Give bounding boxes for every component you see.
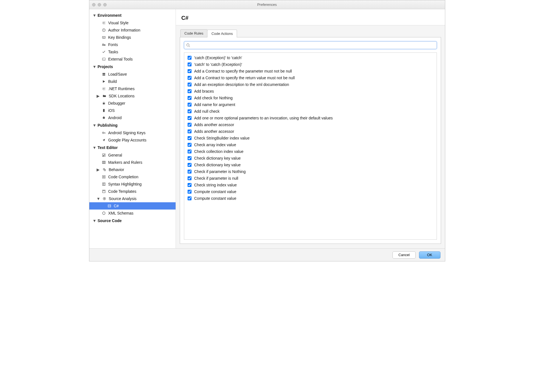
- code-action-checkbox[interactable]: [188, 136, 191, 140]
- code-action-row[interactable]: Check string index value: [187, 182, 434, 188]
- sidebar-group-projects[interactable]: ▼Projects: [89, 63, 176, 71]
- template-icon: [102, 189, 106, 194]
- code-action-row[interactable]: Check collection index value: [187, 148, 434, 155]
- sidebar-item-debugger[interactable]: ▶Debugger: [89, 100, 176, 107]
- sidebar-item-load-save[interactable]: ▶Load/Save: [89, 71, 176, 78]
- code-action-row[interactable]: Add null check: [187, 108, 434, 115]
- code-action-checkbox[interactable]: [188, 183, 191, 187]
- tab-code-actions[interactable]: Code Actions: [207, 30, 237, 37]
- code-action-row[interactable]: Compute constant value: [187, 195, 434, 202]
- sidebar-item--net-runtimes[interactable]: ▶.NET Runtimes: [89, 85, 176, 92]
- code-action-checkbox[interactable]: [188, 116, 191, 120]
- sidebar-item-key-bindings[interactable]: ▶Key Bindings: [89, 34, 176, 41]
- sidebar-item-xml-schemas[interactable]: ▶XML Schemas: [89, 210, 176, 217]
- sidebar-item-fonts[interactable]: ▶AaFonts: [89, 41, 176, 48]
- code-action-row[interactable]: 'catch' to 'catch (Exception)': [187, 61, 434, 68]
- ok-button[interactable]: OK: [419, 251, 440, 259]
- sidebar-item-label: Key Bindings: [108, 35, 131, 40]
- code-action-row[interactable]: Check dictionary key value: [187, 162, 434, 168]
- code-action-label: Check dictionary key value: [194, 163, 241, 167]
- sidebar-item-external-tools[interactable]: ▶External Tools: [89, 56, 176, 63]
- sidebar-item-google-play-accounts[interactable]: ▶Google Play Accounts: [89, 136, 176, 144]
- code-action-row[interactable]: Check if parameter is Nothing: [187, 168, 434, 175]
- code-action-checkbox[interactable]: [188, 76, 191, 80]
- sidebar-item-label: Code Completion: [108, 175, 138, 179]
- code-action-row[interactable]: Add name for argument: [187, 101, 434, 108]
- sidebar-item-ios[interactable]: ▶iOS: [89, 107, 176, 114]
- code-action-checkbox[interactable]: [188, 150, 191, 153]
- phone-icon: [102, 108, 106, 113]
- sidebar-item-code-completion[interactable]: ▶Code Completion: [89, 173, 176, 181]
- code-action-label: Add one or more optional parameters to a…: [194, 116, 333, 120]
- code-action-row[interactable]: Check dictionary key value: [187, 155, 434, 162]
- sidebar-item-c-[interactable]: ▶C#: [89, 202, 176, 210]
- code-action-label: 'catch (Exception)' to 'catch': [194, 56, 242, 60]
- code-action-row[interactable]: 'catch (Exception)' to 'catch': [187, 54, 434, 61]
- sidebar-group-publishing[interactable]: ▼Publishing: [89, 121, 176, 129]
- code-action-checkbox[interactable]: [188, 83, 191, 86]
- sidebar-group-source-code[interactable]: ▼Source Code: [89, 217, 176, 225]
- code-action-label: Check collection index value: [194, 149, 244, 154]
- sidebar-item-build[interactable]: ▶Build: [89, 78, 176, 85]
- minimize-window-button[interactable]: [98, 3, 101, 6]
- code-action-checkbox[interactable]: [188, 156, 191, 160]
- code-action-checkbox[interactable]: [188, 89, 191, 93]
- code-action-checkbox[interactable]: [188, 163, 191, 167]
- sidebar-item-code-templates[interactable]: ▶Code Templates: [89, 188, 176, 195]
- content-area: ▼Environment▶Visual Style▶Author Informa…: [89, 9, 445, 248]
- close-window-button[interactable]: [92, 3, 95, 6]
- sidebar-item-label: Visual Style: [108, 21, 129, 25]
- sidebar-item-sdk-locations[interactable]: ▶SDK Locations: [89, 92, 176, 100]
- sidebar-item-syntax-highlighting[interactable]: ▶Syntax Highlighting: [89, 181, 176, 188]
- sidebar-item-tasks[interactable]: ▶Tasks: [89, 48, 176, 56]
- code-actions-list[interactable]: 'catch (Exception)' to 'catch''catch' to…: [184, 52, 437, 240]
- code-action-checkbox[interactable]: [188, 103, 191, 107]
- code-action-row[interactable]: Check if parameter is null: [187, 175, 434, 182]
- code-action-checkbox[interactable]: [188, 109, 191, 113]
- sidebar-item-author-information[interactable]: ▶Author Information: [89, 27, 176, 34]
- search-input[interactable]: [184, 41, 437, 49]
- sidebar-item-visual-style[interactable]: ▶Visual Style: [89, 19, 176, 27]
- svg-point-26: [104, 198, 105, 199]
- code-action-checkbox[interactable]: [188, 190, 191, 194]
- code-action-label: Check dictionary key value: [194, 156, 241, 160]
- tab-code-rules[interactable]: Code Rules: [180, 29, 208, 37]
- code-action-row[interactable]: Adds another accessor: [187, 128, 434, 135]
- code-action-row[interactable]: Add one or more optional parameters to a…: [187, 115, 434, 121]
- cancel-button[interactable]: Cancel: [392, 251, 415, 259]
- sidebar-item-label: Load/Save: [108, 72, 127, 76]
- code-action-checkbox[interactable]: [188, 123, 191, 127]
- sidebar-item-general[interactable]: ▶General: [89, 151, 176, 159]
- code-action-checkbox[interactable]: [188, 129, 191, 133]
- svg-point-24: [104, 191, 104, 191]
- sidebar-item-android-signing-keys[interactable]: ▶Android Signing Keys: [89, 129, 176, 136]
- sidebar[interactable]: ▼Environment▶Visual Style▶Author Informa…: [89, 9, 176, 248]
- code-action-checkbox[interactable]: [188, 96, 191, 100]
- zoom-window-button[interactable]: [103, 3, 107, 6]
- sidebar-item-android[interactable]: ▶Android: [89, 114, 176, 121]
- code-action-checkbox[interactable]: [188, 143, 191, 147]
- code-action-row[interactable]: Add an exception description to the xml …: [187, 81, 434, 88]
- code-action-label: Adds another accessor: [194, 129, 234, 134]
- code-action-checkbox[interactable]: [188, 176, 191, 180]
- code-action-checkbox[interactable]: [188, 62, 191, 66]
- code-action-row[interactable]: Check array index value: [187, 141, 434, 148]
- sidebar-group-text-editor[interactable]: ▼Text Editor: [89, 144, 176, 151]
- code-action-row[interactable]: Compute constant value: [187, 188, 434, 195]
- sidebar-group-environment[interactable]: ▼Environment: [89, 11, 176, 19]
- code-action-row[interactable]: Add braces: [187, 88, 434, 95]
- sidebar-item-markers-and-rulers[interactable]: ▶Markers and Rulers: [89, 159, 176, 166]
- code-action-checkbox[interactable]: [188, 69, 191, 73]
- code-action-row[interactable]: Add a Contract to specify the return val…: [187, 74, 434, 81]
- sidebar-item-source-analysis[interactable]: ▼Source Analysis: [89, 195, 176, 202]
- code-action-row[interactable]: Add check for Nothing: [187, 95, 434, 101]
- code-action-checkbox[interactable]: [188, 196, 191, 200]
- code-action-row[interactable]: Add a Contract to specify the parameter …: [187, 68, 434, 74]
- code-action-checkbox[interactable]: [188, 56, 191, 60]
- code-action-checkbox[interactable]: [188, 170, 191, 174]
- sidebar-item-behavior[interactable]: ▶Behavior: [89, 166, 176, 173]
- svg-point-9: [103, 102, 104, 104]
- code-action-row[interactable]: Adds another accessor: [187, 121, 434, 128]
- code-action-row[interactable]: Check StringBuilder index value: [187, 135, 434, 141]
- publish-icon: [102, 138, 106, 142]
